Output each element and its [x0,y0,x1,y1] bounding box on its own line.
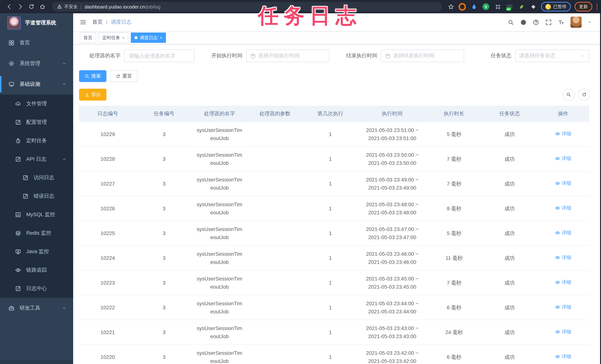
log-table: 日志编号 任务编号 处理器的名字 处理器的参数 第几次执行 执行时间 执行时长 … [79,106,589,364]
detail-link[interactable]: 详细 [555,130,571,138]
sidebar-item-scheduled-tasks[interactable]: 定时任务 [0,131,73,150]
gear-icon [9,61,14,67]
sidebar-item-home[interactable]: 首页 [0,32,73,53]
breadcrumb-home[interactable]: 首页 [92,19,103,26]
forward-icon[interactable] [17,3,24,10]
check-extension-icon[interactable]: V [482,3,490,10]
divider [80,4,81,9]
help-icon[interactable] [533,19,539,25]
detail-link[interactable]: 详细 [555,229,571,237]
handler-name-label: 处理器的名字 [79,52,120,59]
end-time-label: 结束执行时间 [341,52,377,59]
sidebar-item-access-log[interactable]: 访问日志 [0,169,73,187]
page-title-overlay: 任务日志 [258,2,361,30]
sidebar-item-log-center[interactable]: 日志中心 [0,279,73,298]
status-select[interactable]: 请选择任务状态 [515,50,589,62]
detail-link[interactable]: 详细 [555,303,571,311]
star-icon[interactable] [448,3,454,10]
sidebar-item-config-management[interactable]: 配置管理 [0,113,73,131]
close-icon[interactable]: × [160,35,162,40]
col-actions: 操作 [537,106,589,122]
drop-extension-icon[interactable] [470,3,478,10]
close-icon[interactable]: × [122,35,125,40]
detail-link[interactable]: 详细 [555,253,571,262]
menu-dots-icon[interactable] [596,4,598,10]
tag-job-log[interactable]: 调度日志 × [131,32,166,43]
table-row: 10222 3 sysUserSessionTimeoutJob 1 2021-… [79,295,589,320]
leaf-extension-icon[interactable] [518,3,525,10]
action-row: 搜索 重置 [79,70,601,82]
monitor-icon [9,81,14,87]
toggle-search-button[interactable] [563,89,575,101]
search-icon [85,74,90,79]
col-exec-count: 第几次执行 [303,106,358,122]
handler-name-input[interactable] [128,52,190,59]
ring-extension-icon[interactable] [459,3,466,10]
eye-icon [555,156,560,161]
eye-icon [555,230,560,235]
sidebar-item-system[interactable]: 系统管理 [0,53,73,74]
sidebar-item-infrastructure[interactable]: 基础设施 [0,74,73,95]
refresh-table-button[interactable] [578,89,590,101]
table-row: 10228 3 sysUserSessionTimeoutJob 1 2021-… [79,147,589,171]
home-icon[interactable] [39,3,46,10]
screen: 不安全 dashboard.yudao.iocoder.cn/job/log V… [0,0,601,364]
security-label[interactable]: 不安全 [64,3,78,10]
sidebar-item-trace[interactable]: 链路追踪 [0,261,73,279]
reload-icon[interactable] [28,3,35,10]
detail-link[interactable]: 详细 [555,154,571,162]
eye-icon [15,267,21,273]
table-row: 10220 3 sysUserSessionTimeoutJob 1 2021-… [79,344,589,364]
grid-extension-icon[interactable] [494,3,501,10]
end-time-placeholder: 选择结束执行时间 [393,52,435,59]
detail-link[interactable]: 详细 [555,328,571,336]
chevron-down-icon[interactable] [588,20,591,24]
sidebar-item-api-log[interactable]: API 日志 [0,150,73,169]
update-label: 更新 [579,3,588,10]
sidebar-item-error-log[interactable]: 错误日志 [0,187,73,205]
update-button[interactable]: 更新 [575,2,592,11]
url-host: dashboard.yudao.iocoder.cn [85,4,145,10]
puzzle-icon[interactable] [530,3,537,10]
avatar[interactable] [571,17,581,28]
app-title: 芋道管理系统 [25,20,56,26]
table-row: 10223 3 sysUserSessionTimeoutJob 1 2021-… [79,270,589,295]
col-exec-time: 执行时间 [358,106,426,122]
table-row: 10229 3 sysUserSessionTimeoutJob 1 2021-… [79,122,589,147]
refresh-icon [581,92,587,97]
fullscreen-icon[interactable] [545,19,552,25]
sidebar-item-java-monitor[interactable]: Java 监控 [0,243,73,261]
profile-paused-button[interactable]: 已暂停 [541,2,571,11]
breadcrumb: 首页 / 调度日志 [92,19,131,26]
table-row: 10226 3 sysUserSessionTimeoutJob 1 2021-… [79,196,589,221]
toolbox-icon [9,305,14,311]
end-time-picker[interactable]: 选择结束执行时间 [381,50,464,62]
detail-link[interactable]: 详细 [555,179,571,187]
back-icon[interactable] [6,3,13,10]
sidebar-item-dev-tools[interactable]: 研发工具 [0,298,73,319]
search-icon[interactable] [508,19,514,25]
start-time-picker[interactable]: 选择开始执行时间 [246,50,329,62]
detail-link[interactable]: 详细 [555,278,571,286]
cloud-upload-icon [15,101,21,107]
eye-icon [555,304,560,310]
github-icon[interactable] [520,19,527,25]
detail-link[interactable]: 详细 [555,204,571,212]
on-badge-extension-icon[interactable]: on [506,3,513,10]
font-size-icon[interactable] [558,19,564,25]
java-monitor-icon [15,249,21,255]
filter-form: 处理器的名字 开始执行时间 选择开始执行时间 结束执行时间 选择结束执行时间 任… [79,50,601,62]
address-bar[interactable]: 不安全 dashboard.yudao.iocoder.cn/job/log [52,2,442,11]
app-logo-row[interactable]: 芋道管理系统 [0,13,73,32]
hamburger-icon[interactable] [80,19,86,26]
reset-button[interactable]: 重置 [110,70,138,82]
sidebar-item-file-management[interactable]: 文件管理 [0,95,73,113]
sidebar-item-redis-monitor[interactable]: Redis 监控 [0,224,73,243]
detail-link[interactable]: 详细 [555,353,571,361]
toolbar-row: 导出 [79,89,601,101]
export-button[interactable]: 导出 [79,89,106,101]
search-button[interactable]: 搜索 [79,70,106,82]
tag-scheduled-tasks[interactable]: 定时任务 × [99,32,128,43]
tag-home[interactable]: 首页 [80,32,96,43]
sidebar-item-mysql-monitor[interactable]: MySQL 监控 [0,205,73,224]
